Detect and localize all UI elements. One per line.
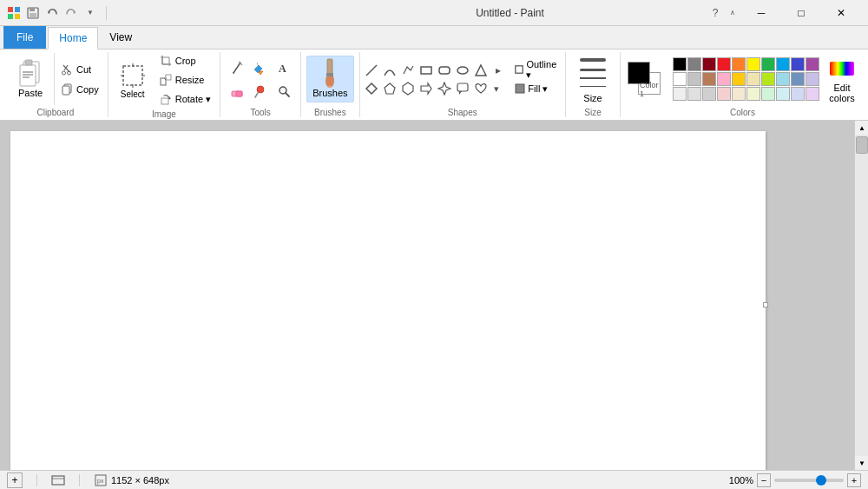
edit-colors-button[interactable]: Editcolors	[825, 53, 859, 105]
palette-color-lightblue[interactable]	[776, 72, 790, 86]
magnify-tool[interactable]	[273, 80, 295, 102]
shape-diamond[interactable]	[363, 80, 380, 97]
shapes-more-btn[interactable]: ▾	[490, 80, 508, 97]
palette-color-green[interactable]	[761, 57, 775, 71]
tools-group: A	[220, 52, 301, 117]
maximize-button[interactable]: □	[781, 0, 821, 26]
palette-color-brown[interactable]	[702, 72, 716, 86]
shape-star4[interactable]	[436, 80, 453, 97]
copy-button[interactable]: Copy	[56, 80, 102, 99]
scroll-up-button[interactable]: ▲	[855, 121, 868, 135]
scroll-down-button[interactable]: ▼	[855, 456, 868, 470]
eraser-tool[interactable]	[226, 80, 248, 102]
shape-right-arrow[interactable]	[418, 80, 435, 97]
resize-button[interactable]: Resize	[155, 71, 214, 89]
shape-ellipse[interactable]	[454, 62, 471, 79]
color-picker-tool[interactable]	[249, 80, 272, 102]
shape-rounded-rect[interactable]	[436, 62, 453, 79]
palette-extra-3[interactable]	[702, 87, 716, 101]
brushes-button[interactable]: Brushes	[306, 56, 353, 102]
shape-rect[interactable]	[418, 62, 435, 79]
crop-button[interactable]: Crop	[155, 52, 214, 69]
palette-extra-1[interactable]	[673, 87, 687, 101]
palette-color-blue[interactable]	[776, 57, 790, 71]
outline-button[interactable]: Outline ▾	[511, 62, 562, 77]
frame-indicator[interactable]	[51, 473, 65, 487]
add-tab-button[interactable]: +	[7, 472, 23, 488]
rotate-button[interactable]: Rotate ▾	[155, 90, 214, 108]
shape-freeform[interactable]	[399, 62, 417, 79]
palette-extra-10[interactable]	[806, 87, 819, 101]
save-quick-btn[interactable]	[24, 4, 42, 22]
palette-extra-4[interactable]	[717, 87, 731, 101]
quick-access-dropdown[interactable]: ▼	[82, 4, 99, 22]
palette-color-indigo[interactable]	[791, 57, 805, 71]
shape-heart[interactable]	[472, 80, 490, 97]
shape-triangle[interactable]	[472, 62, 490, 79]
zoom-out-button[interactable]: −	[757, 473, 771, 487]
palette-color-darkred[interactable]	[702, 57, 716, 71]
zoom-in-button[interactable]: +	[847, 473, 861, 487]
palette-extra-9[interactable]	[791, 87, 805, 101]
palette-color-lightgray[interactable]	[687, 72, 701, 86]
palette-color-gray[interactable]	[687, 57, 701, 71]
fill-button[interactable]: Fill ▾	[511, 81, 562, 96]
select-tool-button[interactable]: Select	[114, 58, 152, 102]
palette-extra-7[interactable]	[761, 87, 775, 101]
palette-color-cream[interactable]	[746, 72, 760, 86]
canvas[interactable]	[10, 131, 766, 470]
app-container: ▼ Untitled - Paint ? ∧ ─ □ ✕ File Home V…	[0, 0, 868, 489]
canvas-container[interactable]	[0, 121, 854, 470]
paste-label: Paste	[18, 88, 43, 98]
scroll-thumb[interactable]	[856, 136, 868, 154]
shape-callout[interactable]	[454, 80, 471, 97]
palette-color-steelblue[interactable]	[791, 72, 805, 86]
palette-color-white[interactable]	[673, 72, 687, 86]
canvas-dimensions: 1152 × 648px	[111, 475, 169, 486]
tab-view[interactable]: View	[98, 26, 143, 49]
zoom-thumb[interactable]	[816, 475, 826, 486]
shapes-grid-container: ▸ ▾	[363, 62, 508, 97]
tab-home[interactable]: Home	[48, 27, 98, 50]
palette-color-red[interactable]	[717, 57, 731, 71]
shape-line[interactable]	[363, 62, 380, 79]
palette-color-lavender[interactable]	[806, 72, 819, 86]
shape-curve[interactable]	[381, 62, 398, 79]
palette-color-orange[interactable]	[732, 57, 746, 71]
svg-line-35	[233, 63, 240, 73]
text-tool[interactable]: A	[273, 56, 295, 79]
canvas-handle-e[interactable]	[763, 302, 768, 307]
pencil-tool[interactable]	[226, 56, 248, 79]
tab-file[interactable]: File	[3, 26, 46, 49]
palette-color-gold[interactable]	[732, 72, 746, 86]
svg-marker-61	[459, 91, 462, 95]
redo-quick-btn[interactable]	[62, 4, 80, 22]
palette-color-pink[interactable]	[717, 72, 731, 86]
minimize-button[interactable]: ─	[741, 0, 781, 26]
zoom-slider[interactable]	[774, 479, 844, 482]
undo-quick-btn[interactable]	[43, 4, 61, 22]
palette-color-purple[interactable]	[806, 57, 819, 71]
shape-arrow-more[interactable]: ▸	[490, 62, 508, 79]
palette-color-yellow[interactable]	[746, 57, 760, 71]
dimensions-area: px 1152 × 648px	[94, 473, 169, 487]
fill-tool[interactable]	[249, 56, 272, 79]
paste-button[interactable]: Paste	[9, 56, 52, 102]
color-palette	[673, 57, 819, 101]
size-selector[interactable]: Size	[571, 56, 615, 103]
help-button[interactable]: ?	[707, 4, 724, 22]
shape-pentagon[interactable]	[381, 80, 398, 97]
status-bar: + px 1152 × 648px 100% − +	[0, 470, 868, 489]
palette-extra-8[interactable]	[776, 87, 790, 101]
cut-button[interactable]: Cut	[56, 60, 102, 79]
palette-color-lime[interactable]	[761, 72, 775, 86]
palette-extra-5[interactable]	[732, 87, 746, 101]
shape-hexagon[interactable]	[399, 80, 417, 97]
close-button[interactable]: ✕	[821, 0, 861, 26]
palette-extra-2[interactable]	[687, 87, 701, 101]
palette-color-black[interactable]	[673, 57, 687, 71]
palette-extra-6[interactable]	[746, 87, 760, 101]
ribbon-collapse-btn[interactable]: ∧	[724, 4, 741, 22]
title-bar: ▼ Untitled - Paint ? ∧ ─ □ ✕	[0, 0, 868, 26]
cut-icon	[60, 63, 74, 76]
